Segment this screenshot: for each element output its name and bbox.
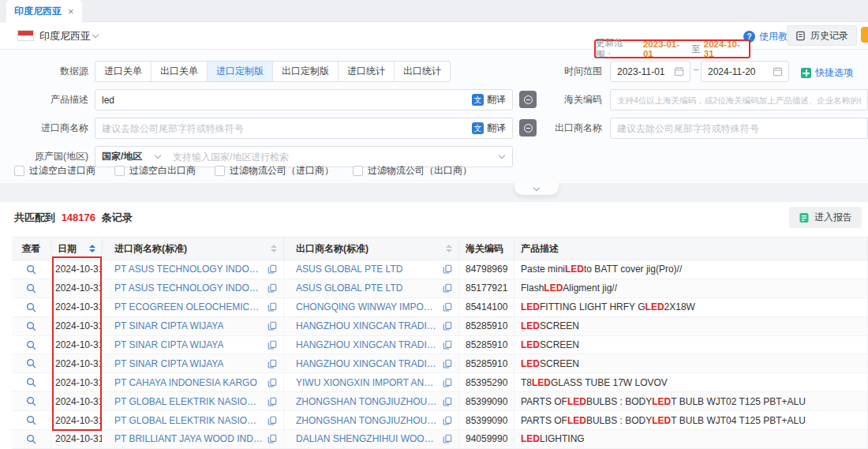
importer-name-input[interactable] xyxy=(95,118,466,138)
exact-match-toggle-button[interactable] xyxy=(519,91,537,108)
view-record-button[interactable] xyxy=(12,411,51,429)
translate-button[interactable]: 翻译 xyxy=(466,93,512,107)
importer-link[interactable]: PT ECOGREEN OLEOCHEMICALS xyxy=(114,301,263,312)
copy-icon[interactable] xyxy=(443,397,452,406)
copy-icon[interactable] xyxy=(443,283,452,293)
filter-checkbox[interactable]: 过滤物流公司（出口商） xyxy=(353,164,472,178)
view-record-button[interactable] xyxy=(12,430,51,448)
datasource-tab[interactable]: 出口统计 xyxy=(395,62,450,81)
chevron-down-icon[interactable] xyxy=(92,32,99,38)
copy-icon[interactable] xyxy=(443,321,452,331)
sort-icon[interactable] xyxy=(446,245,452,253)
filter-checkbox[interactable]: 过滤物流公司（进口商） xyxy=(215,164,334,178)
view-record-button[interactable] xyxy=(12,336,51,354)
table-row: 2024-10-31PT ASUS TECHNOLOGY INDONESIA B… xyxy=(12,279,868,298)
country-selector[interactable]: 印度尼西亚 xyxy=(39,29,91,43)
table-body: 2024-10-31PT ASUS TECHNOLOGY INDONESIA B… xyxy=(12,260,868,449)
exporter-link[interactable]: HANGZHOU XINGCAN TRADING CO LTD xyxy=(296,320,438,331)
checkbox-icon[interactable] xyxy=(14,166,24,176)
checkbox-icon[interactable] xyxy=(353,166,363,176)
view-record-button[interactable] xyxy=(12,260,51,279)
copy-icon[interactable] xyxy=(443,434,452,443)
quick-options-button[interactable]: 快捷选项 xyxy=(801,66,853,80)
copy-icon[interactable] xyxy=(443,302,452,312)
exporter-link[interactable]: ZHONGSHAN TONGJIUZHOU INTERNA... xyxy=(296,396,438,407)
exporter-link[interactable]: YIWU XIONGXIN IMPORT AND EXPORT... xyxy=(296,377,438,388)
history-label: 历史记录 xyxy=(810,29,848,43)
magnifier-icon xyxy=(26,434,36,444)
datasource-tab[interactable]: 进口统计 xyxy=(339,62,395,81)
copy-icon[interactable] xyxy=(268,302,277,312)
copy-icon[interactable] xyxy=(268,321,277,331)
copy-icon[interactable] xyxy=(443,264,452,274)
exporter-link[interactable]: ZHONGSHAN TONGJIUZHOU INTERNA... xyxy=(296,415,438,426)
exporter-name-input[interactable] xyxy=(611,118,867,138)
sort-icon[interactable] xyxy=(271,245,277,253)
exporter-link[interactable]: CHONGQING WINWAY IMPORT AND E... xyxy=(296,301,438,312)
exporter-link[interactable]: ASUS GLOBAL PTE LTD xyxy=(296,264,402,275)
date-to-input[interactable] xyxy=(702,62,773,81)
exporter-link[interactable]: ASUS GLOBAL PTE LTD xyxy=(296,282,402,294)
product-desc-input[interactable] xyxy=(95,90,466,110)
datasource-tab[interactable]: 出口定制版 xyxy=(273,62,339,81)
importer-link[interactable]: PT BRILLIANT JAYA WOOD INDUSTRY xyxy=(114,433,263,444)
datasource-tab[interactable]: 进口定制版 xyxy=(208,62,273,81)
close-icon[interactable]: × xyxy=(68,6,74,17)
importer-cell: PT GLOBAL ELEKTRIK NASIONAL xyxy=(103,411,284,429)
exporter-link[interactable]: HANGZHOU XINGCAN TRADING CO LTD xyxy=(296,358,438,369)
importer-link[interactable]: PT ASUS TECHNOLOGY INDONESIA BA... xyxy=(114,264,263,275)
copy-icon[interactable] xyxy=(268,340,277,350)
origin-select-value: 国家/地区 xyxy=(102,150,142,163)
date-from-input[interactable] xyxy=(611,62,674,81)
hs-code-input[interactable] xyxy=(611,90,867,110)
exporter-link[interactable]: HANGZHOU XINGCAN TRADING CO LTD xyxy=(296,339,438,350)
table-header-row: 查看日期进口商名称(标准)出口商名称(标准)海关编码产品描述 xyxy=(12,237,868,260)
importer-link[interactable]: PT SINAR CIPTA WIJAYA xyxy=(114,358,223,369)
copy-icon[interactable] xyxy=(443,340,452,350)
filter-checkbox[interactable]: 过滤空白进口商 xyxy=(14,164,95,178)
view-record-button[interactable] xyxy=(12,354,51,372)
history-button[interactable]: 历史记录 xyxy=(787,25,857,46)
importer-link[interactable]: PT GLOBAL ELEKTRIK NASIONAL xyxy=(114,415,263,426)
copy-icon[interactable] xyxy=(443,378,452,387)
copy-icon[interactable] xyxy=(268,359,277,369)
copy-icon[interactable] xyxy=(268,434,277,443)
copy-icon[interactable] xyxy=(443,359,452,369)
datasource-tab[interactable]: 进口关单 xyxy=(95,62,152,81)
copy-icon[interactable] xyxy=(268,416,277,425)
column-header[interactable]: 日期 xyxy=(51,238,103,260)
page-tab-indonesia[interactable]: 印度尼西亚 × xyxy=(6,0,82,22)
view-record-button[interactable] xyxy=(12,392,51,410)
view-record-button[interactable] xyxy=(12,317,51,335)
column-header[interactable]: 进口商名称(标准) xyxy=(103,238,284,260)
copy-icon[interactable] xyxy=(268,378,277,387)
floating-action-icon[interactable] xyxy=(861,27,868,43)
copy-icon[interactable] xyxy=(268,283,277,293)
importer-link[interactable]: PT CAHAYA INDONESIA KARGO xyxy=(114,377,257,388)
copy-icon[interactable] xyxy=(268,397,277,406)
view-record-button[interactable] xyxy=(12,298,51,316)
datasource-tab[interactable]: 出口关单 xyxy=(152,62,208,81)
importer-link[interactable]: PT SINAR CIPTA WIJAYA xyxy=(114,339,223,350)
checkbox-icon[interactable] xyxy=(114,166,125,176)
magnifier-icon xyxy=(26,340,36,350)
column-header[interactable]: 出口商名称(标准) xyxy=(284,238,459,260)
enter-report-button[interactable]: 进入报告 xyxy=(789,207,862,228)
collapse-panel-button[interactable] xyxy=(514,183,559,195)
exact-match-toggle-button[interactable] xyxy=(519,119,537,137)
importer-link[interactable]: PT SINAR CIPTA WIJAYA xyxy=(114,320,223,331)
copy-icon[interactable] xyxy=(268,264,277,274)
hs-code-cell: 85285910 xyxy=(459,317,514,335)
table-row: 2024-10-31PT SINAR CIPTA WIJAYAHANGZHOU … xyxy=(12,336,868,355)
view-record-button[interactable] xyxy=(12,279,51,297)
view-record-button[interactable] xyxy=(12,373,51,391)
copy-icon[interactable] xyxy=(443,416,452,425)
translate-button[interactable]: 翻译 xyxy=(466,122,512,135)
exporter-link[interactable]: DALIAN SHENGZHIHUI WOOD INDUST... xyxy=(296,433,438,444)
checkbox-label: 过滤空白进口商 xyxy=(29,164,95,178)
sort-icon[interactable] xyxy=(89,245,95,253)
importer-link[interactable]: PT ASUS TECHNOLOGY INDONESIA BA... xyxy=(114,282,263,294)
checkbox-icon[interactable] xyxy=(215,166,225,176)
filter-checkbox[interactable]: 过滤空白出口商 xyxy=(114,164,196,178)
importer-link[interactable]: PT GLOBAL ELEKTRIK NASIONAL xyxy=(114,396,263,407)
